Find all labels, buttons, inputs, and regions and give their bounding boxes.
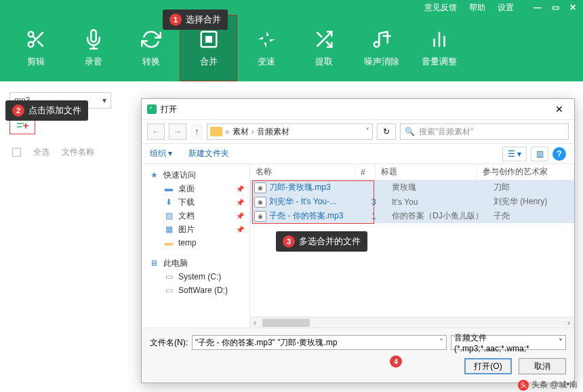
refresh-icon: [140, 28, 162, 50]
tool-edit[interactable]: 剪辑: [7, 15, 64, 81]
tree-drive-d[interactable]: ▭SoftWare (D:): [144, 283, 247, 297]
close-window-button[interactable]: ✕: [568, 3, 578, 12]
file-row[interactable]: ◉ 子尧 - 你的答案.mp31你的答案（DJ小鱼儿版）子尧: [250, 209, 574, 223]
svg-rect-8: [205, 36, 212, 43]
column-artist[interactable]: 参与创作的艺术家: [477, 164, 574, 180]
merge-icon: [198, 28, 220, 50]
tool-speed[interactable]: 变速: [237, 15, 295, 81]
svg-line-4: [33, 36, 36, 39]
navigation-tree: ★快速访问 ▬桌面📌 ⬇下载📌 ▤文档📌 ▦图片📌 ▬temp 🖥此电脑 ▭Sy…: [142, 164, 250, 328]
search-icon: 🔍: [405, 127, 415, 136]
column-name[interactable]: 名称: [250, 164, 355, 180]
refresh-button[interactable]: ↻: [377, 123, 396, 140]
column-title[interactable]: 标题: [376, 164, 477, 180]
minimize-button[interactable]: —: [533, 3, 542, 12]
audio-file-icon: ◉: [254, 197, 266, 208]
view-mode-button[interactable]: ☰ ▾: [502, 146, 527, 161]
callout-open-badge: 4: [390, 355, 402, 368]
callout-click-add: 2 点击添加文件: [5, 100, 88, 121]
svg-point-16: [374, 42, 379, 47]
watermark: 头 头条 @城•南: [518, 379, 578, 391]
svg-marker-11: [258, 37, 263, 39]
tree-drive-c[interactable]: ▭System (C:): [144, 270, 247, 283]
svg-marker-12: [270, 39, 275, 42]
file-row[interactable]: ◉ 刀郎-黄玫瑰.mp3黄玫瑰刀郎: [250, 180, 574, 195]
feedback-link[interactable]: 意见反馈: [424, 2, 457, 14]
tool-record[interactable]: 录音: [64, 15, 122, 81]
nav-forward-button[interactable]: →: [169, 123, 186, 140]
volume-icon: [428, 28, 450, 50]
maximize-button[interactable]: ▭: [550, 3, 560, 12]
svg-line-15: [317, 33, 321, 37]
audio-file-icon: ◉: [254, 211, 266, 222]
dialog-title: 打开: [161, 104, 177, 115]
scissors-icon: [25, 28, 47, 50]
filename-column: 文件名称: [62, 146, 94, 158]
svg-marker-9: [266, 31, 269, 37]
select-all-checkbox[interactable]: [12, 148, 21, 157]
horizontal-scrollbar[interactable]: ‹ ›: [250, 317, 574, 328]
callout-select-merge: 1 选择合并: [163, 9, 228, 30]
new-folder-button[interactable]: 新建文件夹: [188, 148, 229, 159]
audio-file-icon: ◉: [254, 182, 266, 193]
tree-temp[interactable]: ▬temp: [144, 236, 247, 250]
callout-multi-select: 3 多选合并的文件: [276, 231, 367, 252]
filename-label: 文件名(N):: [150, 337, 188, 349]
svg-line-3: [38, 41, 43, 46]
select-all-label: 全选: [33, 146, 49, 158]
tree-this-pc[interactable]: 🖥此电脑: [144, 256, 247, 270]
tree-documents[interactable]: ▤文档📌: [144, 209, 247, 222]
speed-icon: [256, 28, 277, 50]
preview-pane-button[interactable]: ▥: [531, 146, 548, 161]
dialog-cancel-button[interactable]: 取消: [519, 358, 566, 374]
mic-icon: [83, 28, 104, 50]
folder-icon: [210, 127, 222, 136]
tree-pictures[interactable]: ▦图片📌: [144, 222, 247, 236]
tree-desktop[interactable]: ▬桌面📌: [144, 182, 247, 195]
dialog-close-button[interactable]: ✕: [550, 104, 569, 115]
tree-downloads[interactable]: ⬇下载📌: [144, 195, 247, 209]
nav-up-button[interactable]: ↑: [190, 123, 203, 140]
tree-quick-access[interactable]: ★快速访问: [144, 168, 247, 182]
organize-menu[interactable]: 组织 ▾: [150, 148, 172, 159]
shuffle-icon: [313, 28, 335, 50]
open-file-dialog: 打开 ✕ ← → ↑ « 素材 › 音频素材 ˅ ↻ 🔍 搜索"音频素材" 组织…: [141, 98, 575, 383]
search-input[interactable]: 🔍 搜索"音频素材": [400, 123, 569, 140]
dialog-app-icon: [147, 104, 157, 114]
filetype-select[interactable]: 音频文件(*.mp3;*.aac;*.wma;*˅: [451, 335, 566, 350]
column-number[interactable]: #: [355, 164, 376, 180]
nav-back-button[interactable]: ←: [147, 123, 165, 140]
settings-link[interactable]: 设置: [498, 2, 514, 14]
tool-noise[interactable]: 噪声消除: [353, 15, 410, 81]
tool-extract[interactable]: 提取: [295, 15, 353, 81]
svg-marker-10: [264, 43, 266, 48]
file-row[interactable]: ◉ 刘宪华 - It's You-...3It's You刘宪华 (Henry): [250, 195, 574, 209]
dialog-open-button[interactable]: 打开(O): [464, 358, 512, 374]
help-link[interactable]: 帮助: [469, 2, 485, 14]
noise-icon: [371, 28, 393, 50]
tool-volume[interactable]: 音量调整: [410, 15, 468, 81]
breadcrumb[interactable]: « 素材 › 音频素材 ˅: [207, 123, 373, 140]
filename-input[interactable]: "子尧 - 你的答案.mp3" "刀郎-黄玫瑰.mp˅: [192, 335, 447, 350]
help-button[interactable]: ?: [552, 147, 566, 161]
